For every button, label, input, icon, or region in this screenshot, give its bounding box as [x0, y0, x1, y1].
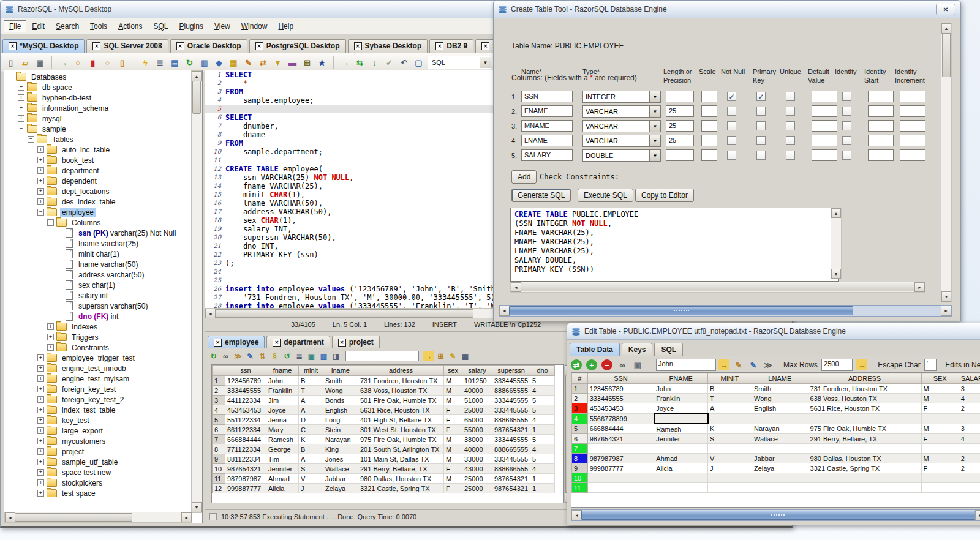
column-header[interactable]: FNAME	[654, 373, 708, 384]
table-cell[interactable]: 333445555	[492, 376, 530, 386]
table-row[interactable]: 3453453453JoyceAEnglish5631 Rice, Housto…	[572, 403, 980, 414]
expand-icon[interactable]: +	[37, 448, 44, 455]
alter-table-icon[interactable]: ⇄	[257, 57, 269, 69]
table-cell[interactable]: M	[444, 435, 462, 444]
expand-icon[interactable]: +	[37, 459, 44, 465]
table-row[interactable]: 7666884444RameshKNarayan975 Fire Oak, Hu…	[213, 435, 555, 444]
tree-item[interactable]: +mysql	[6, 113, 191, 124]
table-cell[interactable]: 980 Dallas, Houston TX	[808, 454, 921, 463]
refresh-table-icon[interactable]: ⇄	[571, 359, 582, 370]
tree-item[interactable]: −employee	[6, 207, 191, 217]
export-grid-icon[interactable]: ⊞	[435, 351, 446, 361]
table-cell[interactable]	[959, 473, 980, 483]
table-cell[interactable]: 2	[959, 454, 980, 463]
export-results-icon[interactable]: ◨	[331, 351, 341, 361]
table-cell[interactable]	[587, 444, 654, 454]
tree-item[interactable]: +foreign_key_test	[6, 384, 191, 394]
table-cell[interactable]: 25000	[462, 484, 492, 493]
default-value-field[interactable]	[812, 91, 837, 102]
tree-item[interactable]: +test space	[6, 488, 191, 498]
table-cell[interactable]	[708, 444, 752, 454]
row-number[interactable]: 8	[572, 454, 588, 463]
new-file-icon[interactable]: ▯	[5, 57, 17, 69]
table-cell[interactable]: 3321 Castle, Spring TX	[358, 484, 444, 493]
table-cell[interactable]: C	[299, 425, 323, 435]
table-cell[interactable]: M	[921, 424, 959, 434]
table-cell[interactable]: 441122334	[225, 396, 266, 405]
tree-item[interactable]: +dependent	[6, 176, 191, 186]
menu-sql[interactable]: SQL	[148, 20, 174, 32]
disconnect-icon[interactable]: ○	[72, 57, 84, 69]
expand-icon[interactable]: +	[37, 438, 44, 444]
table-cell[interactable]: 987987987	[587, 454, 654, 463]
table-row[interactable]: 45566778899	[572, 413, 980, 424]
row-number[interactable]: 7	[572, 444, 588, 454]
favorites-star-icon[interactable]: ★	[316, 57, 328, 69]
table-cell[interactable]: 51000	[462, 396, 492, 405]
copy-results-icon[interactable]: ▥	[318, 351, 329, 361]
expand-icon[interactable]: +	[18, 105, 24, 111]
connection-icon[interactable]: ▯	[116, 57, 128, 69]
table-cell[interactable]: F	[444, 425, 462, 435]
expand-icon[interactable]: +	[37, 178, 44, 184]
tree-vscrollbar[interactable]: ▲ ▼	[191, 70, 202, 513]
table-cell[interactable]: B	[299, 444, 323, 454]
table-cell[interactable]: 5	[530, 435, 555, 444]
table-row[interactable]: 11	[572, 483, 980, 493]
close-tab-icon[interactable]: ✕	[176, 42, 184, 50]
results-grid[interactable]: ssnfnameminitlnameaddresssexsalarysupers…	[212, 365, 555, 493]
table-cell[interactable]: 40000	[462, 386, 492, 396]
column-header[interactable]: fname	[266, 366, 299, 376]
scroll-down-button[interactable]: ▼	[192, 502, 202, 512]
refresh-results-icon[interactable]: ↻	[208, 351, 219, 361]
column-name-field[interactable]: SSN	[521, 91, 573, 102]
table-cell[interactable]: F	[921, 434, 959, 444]
table-cell[interactable]: Alicia	[654, 463, 708, 473]
identity-start-field[interactable]	[868, 135, 894, 146]
connection-tab[interactable]: ✕Sybase Desktop	[348, 39, 428, 53]
table-cell[interactable]: 291 Berry, Bellaire, TX	[808, 434, 921, 444]
statement-type-combo[interactable]: SQL▼	[428, 56, 491, 69]
sql-hscrollbar[interactable]: ◄ ►	[510, 282, 925, 293]
table-cell[interactable]	[808, 413, 921, 424]
close-tab-icon[interactable]: ✕	[255, 42, 263, 50]
table-cell[interactable]: Alicia	[266, 484, 299, 493]
expand-icon[interactable]: +	[37, 146, 44, 153]
unique-checkbox[interactable]	[786, 107, 795, 116]
scroll-left-button[interactable]: ◄	[511, 282, 521, 292]
pencil-icon[interactable]: ✎	[733, 359, 744, 370]
tree-item[interactable]: +book_test	[6, 155, 191, 165]
table-cell[interactable]: 401 High St, Bellaire TX	[358, 415, 444, 425]
identity-start-field[interactable]	[868, 105, 894, 117]
table-cell[interactable]: 5631 Rice, Houston TX	[358, 405, 444, 415]
table-cell[interactable]: Ahmad	[266, 474, 299, 484]
table-cell[interactable]: 987654321	[225, 464, 266, 474]
properties-icon[interactable]: ≣	[294, 351, 304, 361]
menu-plugins[interactable]: Plugins	[174, 20, 209, 32]
menu-window[interactable]: Window	[236, 20, 273, 32]
expand-icon[interactable]: +	[47, 344, 54, 351]
expand-icon[interactable]: +	[37, 479, 44, 486]
execute-sql-button[interactable]: Execute SQL	[578, 189, 633, 202]
expand-icon[interactable]: +	[37, 469, 44, 476]
table-cell[interactable]: M	[444, 386, 462, 396]
table-cell[interactable]: Mary	[266, 425, 299, 435]
row-number[interactable]: 4	[572, 413, 588, 424]
fetch-icon[interactable]: ↓	[369, 57, 380, 69]
table-cell[interactable]: 5	[530, 454, 555, 464]
table-cell[interactable]: Long	[323, 415, 358, 425]
table-cell[interactable]: Jabbar	[323, 474, 358, 484]
add-row-icon[interactable]: +	[586, 359, 597, 370]
scale-field[interactable]	[701, 91, 717, 102]
validate-icon[interactable]: ✓	[383, 57, 395, 69]
expand-icon[interactable]: +	[37, 354, 44, 361]
tree-item[interactable]: +employee_trigger_test	[6, 353, 191, 363]
edit-tab-table-data[interactable]: Table Data	[570, 343, 620, 356]
table-cell[interactable]: 65000	[462, 415, 492, 425]
expand-icon[interactable]: +	[37, 375, 44, 382]
table-cell[interactable]: J	[708, 463, 752, 473]
table-cell[interactable]: Jennifer	[654, 434, 708, 444]
table-cell[interactable]: Bonds	[323, 396, 358, 405]
escape-char-input[interactable]: '	[924, 359, 937, 371]
connect-icon[interactable]: →	[58, 57, 69, 69]
